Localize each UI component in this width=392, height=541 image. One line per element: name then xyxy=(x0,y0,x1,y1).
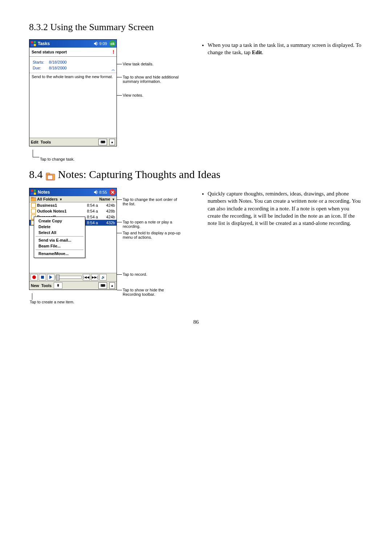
svg-rect-0 xyxy=(31,41,33,43)
context-menu-item[interactable]: Select All xyxy=(34,230,85,235)
all-folders-dropdown[interactable]: All Folders ▼ xyxy=(37,197,62,201)
note-size: 424b xyxy=(99,203,115,207)
note-icon xyxy=(31,203,36,208)
svg-rect-9 xyxy=(34,190,36,192)
notes-device: Notes 8:55 ✕ All Folders ▼ Name ▼ Busine… xyxy=(29,188,117,290)
note-list-item[interactable]: Business18:54 a424b xyxy=(29,202,117,208)
note-context-menu: Create CopyDeleteSelect AllSend via E-ma… xyxy=(34,217,85,258)
context-menu-item[interactable]: Send via E-mail... xyxy=(34,237,85,243)
svg-rect-2 xyxy=(31,44,33,46)
close-button[interactable]: ✕ xyxy=(109,189,116,195)
folder-open-icon xyxy=(31,197,36,201)
clock-time: 8:55 xyxy=(99,190,107,194)
record-button[interactable] xyxy=(30,274,38,280)
playback-slider[interactable] xyxy=(56,276,82,279)
tasks-screenshot-with-callouts: Tasks 9:09 ok Send status report ! Start… xyxy=(29,39,117,146)
sip-keyboard-icon[interactable]: ⌨ xyxy=(98,139,107,145)
menu-up-arrow-icon[interactable]: ▲ xyxy=(109,282,115,289)
starts-label: Starts: xyxy=(32,60,48,65)
priority-high-icon: ! xyxy=(113,49,114,55)
task-notes-area[interactable]: Send to the whole team using the new for… xyxy=(29,73,117,138)
volume-icon[interactable] xyxy=(94,190,99,195)
note-name: Business1 xyxy=(37,203,57,207)
callout-tap-to-record: Tap to record. xyxy=(123,272,147,276)
tasks-device: Tasks 9:09 ok Send status report ! Start… xyxy=(29,39,117,146)
bullet-832: When you tap a task in the task list, a … xyxy=(208,41,363,56)
svg-rect-1 xyxy=(34,41,36,43)
tasks-title: Tasks xyxy=(38,41,94,46)
svg-rect-7 xyxy=(48,175,53,179)
note-list-item[interactable]: Outlook Notes18:54 a428b xyxy=(29,208,117,214)
note-icon xyxy=(31,209,36,214)
svg-rect-14 xyxy=(31,197,33,198)
callout-show-hide-recording-toolbar: Tap to show or hide the Recording toolba… xyxy=(123,288,181,296)
page-number: 86 xyxy=(29,319,363,325)
context-menu-item[interactable]: Beam File... xyxy=(34,243,85,249)
notes-folder-icon xyxy=(46,173,55,181)
svg-rect-3 xyxy=(34,44,36,46)
notes-title: Notes xyxy=(38,190,94,195)
recording-toolbar: |◀◀ ▶▶| 🔊 xyxy=(29,273,117,281)
callout-view-task-details: View task details. xyxy=(123,62,154,66)
due-value: 8/18/2000 xyxy=(49,65,70,70)
windows-start-icon[interactable] xyxy=(30,41,36,47)
section-8-4-heading: 8.4 Notes: Capturing Thoughts and Ideas xyxy=(29,168,363,181)
note-size: 432b xyxy=(99,221,115,225)
notes-titlebar: Notes 8:55 ✕ xyxy=(29,188,117,196)
tools-menu[interactable]: Tools xyxy=(41,283,52,288)
chevron-down-icon: ▼ xyxy=(111,198,115,201)
edit-menu[interactable]: Edit xyxy=(31,140,38,144)
context-menu-item[interactable]: Create Copy xyxy=(34,218,85,224)
sort-by-name-dropdown[interactable]: Name ▼ xyxy=(99,197,115,201)
skip-back-button[interactable]: |◀◀ xyxy=(83,274,90,280)
section-8-3-2-heading: 8.3.2 Using the Summary Screen xyxy=(29,22,363,33)
note-name: Outlook Notes1 xyxy=(37,209,66,213)
clock-time: 9:09 xyxy=(99,41,107,46)
svg-rect-10 xyxy=(31,193,33,195)
svg-rect-11 xyxy=(34,193,36,195)
svg-rect-8 xyxy=(31,190,33,192)
ok-button[interactable]: ok xyxy=(109,40,116,47)
callout-tap-to-change-task: Tap to change task. xyxy=(40,157,74,161)
stop-button[interactable] xyxy=(39,274,46,280)
callout-tap-and-hold-menu: Tap and hold to display a pop-up menu of… xyxy=(123,231,181,239)
svg-marker-12 xyxy=(94,190,97,194)
tasks-titlebar: Tasks 9:09 ok xyxy=(29,40,117,48)
note-size: 424b xyxy=(99,215,115,219)
notes-filter-bar: All Folders ▼ Name ▼ xyxy=(29,196,117,202)
svg-rect-15 xyxy=(31,203,36,207)
tools-menu[interactable]: Tools xyxy=(41,140,51,144)
svg-rect-6 xyxy=(46,173,50,175)
callout-show-hide-info: Tap to show and hide additional summary … xyxy=(123,75,188,84)
notes-screenshot-with-callouts: Notes 8:55 ✕ All Folders ▼ Name ▼ Busine… xyxy=(29,188,117,290)
callout-view-notes: View notes. xyxy=(123,93,143,97)
bullet-84: Quickly capture thoughts, reminders, ide… xyxy=(208,190,363,227)
task-details-panel[interactable]: Starts:8/18/2000 Due:8/18/2000 ︽ xyxy=(29,57,117,73)
new-menu[interactable]: New xyxy=(31,283,39,288)
volume-icon[interactable] xyxy=(94,41,99,46)
tasks-bottom-toolbar: Edit Tools ⌨ ▲ xyxy=(29,138,117,146)
note-time: 8:54 a xyxy=(81,209,98,213)
volume-button[interactable]: 🔊 xyxy=(99,274,107,280)
sip-keyboard-icon[interactable]: ⌨ xyxy=(98,282,107,289)
svg-marker-4 xyxy=(94,41,97,46)
starts-value: 8/18/2000 xyxy=(49,60,70,65)
menu-up-arrow-icon[interactable]: ▲ xyxy=(109,139,115,145)
note-size: 428b xyxy=(99,209,115,213)
note-time: 8:54 a xyxy=(81,203,98,207)
windows-start-icon[interactable] xyxy=(30,189,36,195)
callout-create-new-item: Tap to create a new item. xyxy=(30,300,74,304)
skip-forward-button[interactable]: ▶▶| xyxy=(91,274,98,280)
task-subject-text: Send status report xyxy=(32,50,67,54)
task-subject-row: Send status report ! xyxy=(29,48,117,57)
callout-open-note: Tap to open a note or play a recording. xyxy=(123,220,177,229)
play-button[interactable] xyxy=(47,274,54,280)
context-menu-item[interactable]: Rename/Move... xyxy=(34,251,85,257)
notes-bottom-toolbar: New Tools 🎙 ⌨ ▲ xyxy=(29,281,117,290)
recording-toolbar-toggle-button[interactable]: 🎙 xyxy=(54,282,62,289)
due-label: Due: xyxy=(32,65,48,70)
callout-change-sort-order: Tap to change the sort order of the list… xyxy=(123,197,177,206)
context-menu-item[interactable]: Delete xyxy=(34,224,85,230)
chevron-down-icon: ▼ xyxy=(58,198,62,201)
expand-collapse-chevron-icon[interactable]: ︽ xyxy=(111,67,115,72)
